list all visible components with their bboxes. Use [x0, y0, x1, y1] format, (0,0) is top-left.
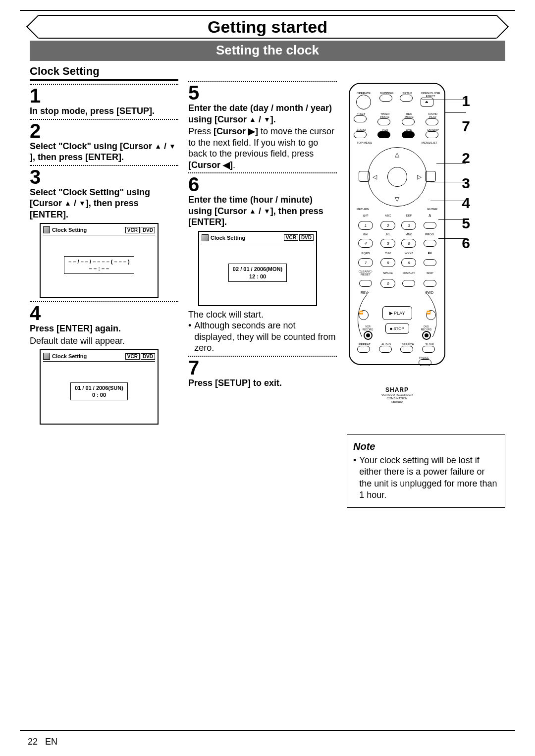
- step-6-body: The clock will start.: [188, 309, 337, 321]
- remote-control-diagram: OPERATE DUBBING SETUP OPEN/CLOSE EJECT ⏏: [349, 83, 445, 365]
- btn-eject: ⏏: [421, 98, 433, 107]
- step-1-number: 1: [30, 86, 178, 106]
- osd-icon: [43, 226, 50, 233]
- btn-rapid: [426, 118, 438, 125]
- step-4-body: Default date will appear.: [30, 335, 178, 347]
- section-title: Clock Setting: [30, 65, 178, 81]
- btn-operate: [356, 95, 371, 109]
- left-column: Clock Setting 1 In stop mode, press [SET…: [30, 65, 178, 508]
- cursor-down-icon: ▼: [79, 199, 86, 208]
- cursor-up-icon: ▲: [249, 207, 256, 216]
- step-3-number: 3: [30, 167, 178, 187]
- btn-dvd-record: [422, 331, 431, 340]
- dpad-right-icon: ▷: [416, 173, 423, 180]
- btn-slow: [422, 346, 435, 353]
- step-6-number: 6: [188, 174, 337, 194]
- chapter-title: Getting started: [203, 17, 332, 37]
- lbl-return: RETURN: [357, 208, 369, 211]
- middle-column: 5 Enter the date (day / month / year) us…: [188, 65, 337, 508]
- btn-display: [402, 280, 415, 287]
- lbl-enter: ENTER: [428, 208, 437, 211]
- cursor-up-icon: ▲: [64, 199, 71, 208]
- btn-stop: ■ STOP: [385, 323, 409, 334]
- lbl-dubbing: DUBBING: [379, 92, 394, 95]
- cursor-down-icon: ▼: [169, 142, 176, 151]
- btn-enter: [387, 167, 407, 187]
- step-5-body: Press [Cursor ▶] to move the cursor to t…: [188, 126, 337, 170]
- brand-logo: SHARP: [354, 386, 440, 393]
- osd-time: 0 : 00: [75, 391, 123, 398]
- cursor-up-icon: ▲: [155, 142, 161, 151]
- osd-time: 12 : 00: [233, 273, 282, 280]
- osd-clock-blank: Clock Setting VCR DVD – – / – – / – – – …: [40, 223, 159, 298]
- btn-timer: [377, 118, 390, 125]
- btn-dvd: [402, 131, 415, 138]
- btn-skip-back: [424, 280, 436, 287]
- btn-skip-fwd: [424, 259, 436, 266]
- osd-icon: [202, 234, 209, 241]
- osd-clock-default: Clock Setting VCR DVD 01 / 01 / 2006(SUN…: [40, 349, 159, 425]
- btn-6: 6: [401, 239, 416, 248]
- note-body: Your clock setting will be lost if eithe…: [353, 455, 499, 501]
- lbl-setup: SETUP: [400, 92, 415, 95]
- dpad-down-icon: ▽: [394, 196, 401, 203]
- btn-play: ▶ PLAY: [382, 306, 412, 320]
- cursor-down-icon: ▼: [264, 115, 270, 124]
- osd-icon: [43, 353, 50, 360]
- step-2-number: 2: [30, 121, 178, 141]
- step-5-number: 5: [188, 83, 337, 103]
- step-2-text: Select "Clock" using [Cursor ▲ / ▼], the…: [30, 141, 178, 163]
- btn-audio: [379, 346, 392, 353]
- dpad: △ ▽ ◁ ▷: [368, 147, 427, 207]
- osd-time: – – : – –: [68, 265, 130, 272]
- callout-line: [422, 100, 466, 100]
- osd-date: – – / – – / – – – – ( – – – ): [68, 258, 130, 265]
- btn-5: 5: [380, 239, 395, 248]
- btn-0: 0: [380, 279, 395, 288]
- chapter-banner: Getting started: [30, 15, 505, 39]
- cursor-down-icon: ▼: [264, 207, 270, 216]
- btn-zoom: [354, 131, 367, 138]
- note-box: Note Your clock setting will be lost if …: [347, 434, 505, 508]
- btn-cmskip: [426, 131, 438, 138]
- btn-3: 3: [401, 221, 416, 230]
- btn-9: 9: [401, 258, 416, 267]
- btn-vcr: [377, 131, 390, 138]
- btn-4: 4: [358, 239, 373, 248]
- btn-8: 8: [380, 258, 395, 267]
- btn-vcr-record: [364, 331, 373, 340]
- btn-search: [400, 346, 413, 353]
- step-6-bullet: Although seconds are not displayed, they…: [188, 320, 337, 354]
- note-title: Note: [353, 440, 499, 453]
- btn-clear: [359, 280, 372, 287]
- dpad-left-icon: ◁: [372, 173, 378, 180]
- step-5-text: Enter the date (day / month / year) usin…: [188, 103, 337, 125]
- osd-date: 01 / 01 / 2006(SUN): [75, 384, 123, 391]
- remote-callouts: 1 7 2 3 4 5 6: [462, 93, 470, 260]
- btn-setup: [400, 95, 413, 102]
- page-number: 22 EN: [28, 737, 57, 747]
- lbl-operate: OPERATE: [354, 92, 374, 95]
- section-subheader: Setting the clock: [30, 41, 505, 61]
- step-4-number: 4: [30, 303, 178, 323]
- step-6-text: Enter the time (hour / minute) using [Cu…: [188, 194, 337, 228]
- btn-recmode: [402, 118, 415, 125]
- cursor-up-icon: ▲: [249, 115, 256, 124]
- dpad-up-icon: △: [394, 151, 401, 158]
- btn-prog-up: [424, 222, 436, 229]
- osd-clock-set: Clock Setting VCR DVD 02 / 01 / 2006(MON…: [198, 231, 317, 306]
- btn-dubbing: [379, 95, 392, 102]
- osd-date: 02 / 01 / 2006(MON): [233, 266, 282, 272]
- step-4-text: Press [ENTER] again.: [30, 323, 178, 334]
- lbl-eject: OPEN/CLOSE EJECT: [421, 92, 440, 98]
- step-1-text: In stop mode, press [SETUP].: [30, 106, 178, 117]
- btn-7: 7: [358, 258, 373, 267]
- transport-ring: ⏪ ⏩ ▶ PLAY ■ STOP VCR RECORD DVD RECORD: [358, 297, 437, 342]
- btn-tset: [354, 115, 367, 122]
- right-column: OPERATE DUBBING SETUP OPEN/CLOSE EJECT ⏏: [347, 65, 505, 508]
- btn-prog-down: [424, 240, 436, 247]
- btn-rev: ⏪: [359, 310, 369, 320]
- step-7-number: 7: [188, 358, 337, 378]
- step-3-text: Select "Clock Setting" using [Cursor ▲ /…: [30, 187, 178, 220]
- btn-fwd: ⏩: [426, 310, 436, 320]
